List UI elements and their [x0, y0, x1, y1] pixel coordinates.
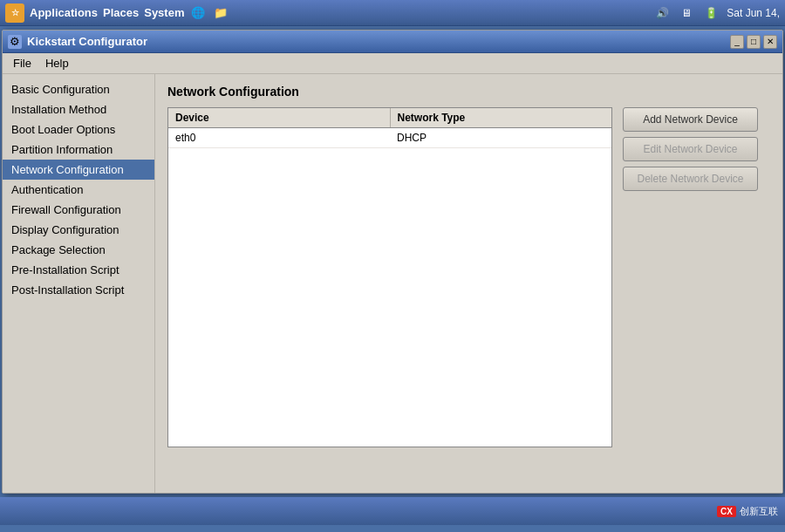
add-network-device-button[interactable]: Add Network Device — [623, 107, 758, 132]
help-menu[interactable]: Help — [38, 55, 76, 72]
sidebar-item-basic-configuration[interactable]: Basic Configuration — [3, 79, 154, 99]
sidebar-item-installation-method[interactable]: Installation Method — [3, 99, 154, 119]
taskbar-places[interactable]: Places — [103, 6, 139, 19]
delete-network-device-button[interactable]: Delete Network Device — [623, 167, 758, 191]
sidebar-item-post-installation-script[interactable]: Post-Installation Script — [3, 280, 154, 300]
sidebar-item-pre-installation-script[interactable]: Pre-Installation Script — [3, 260, 154, 280]
cell-device: eth0 — [168, 128, 390, 147]
window-controls: _ □ ✕ — [730, 35, 777, 49]
titlebar-left: ⚙ Kickstart Configurator — [8, 35, 147, 49]
main-content: Basic Configuration Installation Method … — [3, 74, 782, 493]
sidebar: Basic Configuration Installation Method … — [3, 74, 155, 493]
logo-box-icon: CX — [717, 506, 736, 517]
column-header-network-type: Network Type — [391, 108, 612, 127]
file-menu[interactable]: File — [6, 55, 38, 72]
buttons-panel: Add Network Device Edit Network Device D… — [623, 107, 758, 191]
table-row[interactable]: eth0 DHCP — [168, 128, 611, 148]
window-icon: ⚙ — [8, 35, 22, 49]
battery-icon: 🔋 — [702, 4, 720, 22]
sidebar-item-partition-information[interactable]: Partition Information — [3, 140, 154, 160]
taskbar: ☆ Applications Places System 🌐 📁 🔊 🖥 🔋 S… — [0, 0, 785, 26]
menubar: File Help — [3, 53, 782, 74]
sidebar-item-network-configuration[interactable]: Network Configuration — [3, 160, 154, 180]
taskbar-apps[interactable]: Applications — [30, 6, 98, 19]
table-header: Device Network Type — [168, 108, 611, 128]
folder-icon: 📁 — [212, 4, 229, 22]
network-icon: 🌐 — [189, 4, 207, 22]
minimize-button[interactable]: _ — [730, 35, 744, 49]
content-area: Network Configuration Device Network Typ… — [155, 74, 782, 493]
window-title: Kickstart Configurator — [27, 35, 147, 48]
content-row: Device Network Type eth0 DHCP Add Networ… — [167, 107, 770, 447]
titlebar: ⚙ Kickstart Configurator _ □ ✕ — [3, 31, 782, 53]
volume-icon: 🔊 — [653, 4, 671, 22]
edit-network-device-button[interactable]: Edit Network Device — [623, 137, 758, 161]
taskbar-app-icon: ☆ — [5, 3, 24, 23]
logo-text: 创新互联 — [740, 505, 778, 518]
datetime-label: Sat Jun 14, — [727, 7, 780, 19]
monitor-icon: 🖥 — [678, 4, 695, 22]
column-header-device: Device — [168, 108, 391, 127]
sidebar-item-firewall-configuration[interactable]: Firewall Configuration — [3, 200, 154, 220]
kickstart-window: ⚙ Kickstart Configurator _ □ ✕ File Help… — [2, 30, 783, 494]
network-table: Device Network Type eth0 DHCP — [167, 107, 612, 447]
bottom-logo: CX 创新互联 — [717, 505, 778, 518]
maximize-button[interactable]: □ — [747, 35, 761, 49]
taskbar-system[interactable]: System — [144, 6, 184, 19]
sidebar-item-boot-loader-options[interactable]: Boot Loader Options — [3, 119, 154, 140]
cell-network-type: DHCP — [390, 128, 611, 147]
sidebar-item-display-configuration[interactable]: Display Configuration — [3, 220, 154, 240]
taskbar-right: 🔊 🖥 🔋 Sat Jun 14, — [653, 4, 780, 22]
taskbar-left: ☆ Applications Places System 🌐 📁 — [5, 3, 229, 23]
section-title: Network Configuration — [167, 85, 770, 99]
bottom-bar: CX 创新互联 — [0, 497, 785, 525]
sidebar-item-authentication[interactable]: Authentication — [3, 180, 154, 200]
close-button[interactable]: ✕ — [763, 35, 777, 49]
sidebar-item-package-selection[interactable]: Package Selection — [3, 240, 154, 260]
